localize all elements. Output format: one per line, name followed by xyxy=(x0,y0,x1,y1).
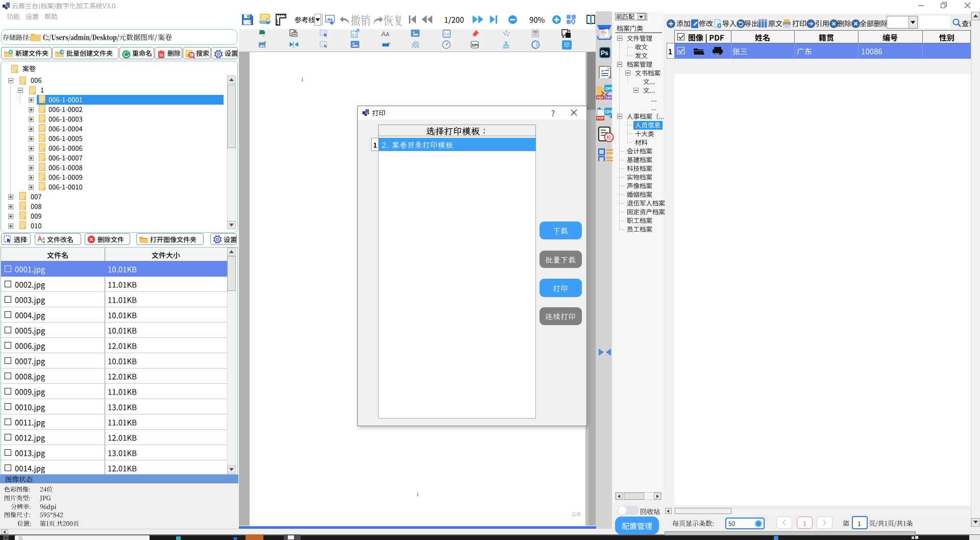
svg-text:TIFF: TIFF xyxy=(605,96,612,100)
svg-text:A: A xyxy=(381,30,386,37)
svg-text:B: B xyxy=(42,236,45,241)
svg-text:OFD: OFD xyxy=(605,86,612,91)
svg-text:Ps: Ps xyxy=(601,50,608,57)
svg-text:OFD: OFD xyxy=(605,109,612,114)
svg-text:DPI: DPI xyxy=(472,43,479,47)
svg-text:1:1: 1:1 xyxy=(352,33,357,37)
svg-text:PDF: PDF xyxy=(597,96,604,100)
svg-text:A: A xyxy=(386,32,389,37)
svg-text:PDF: PDF xyxy=(597,116,605,120)
svg-text:PDF: PDF xyxy=(715,53,719,56)
svg-text:1:1: 1:1 xyxy=(444,32,449,36)
